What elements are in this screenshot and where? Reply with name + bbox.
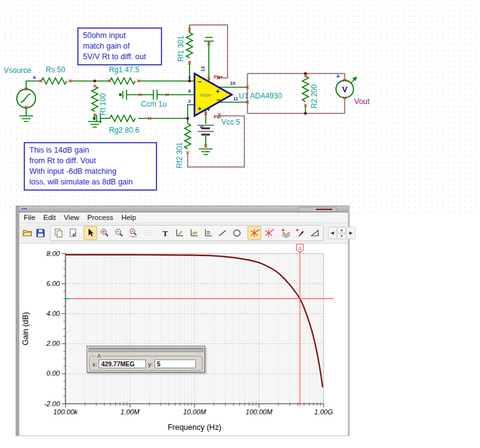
save-button[interactable]	[35, 226, 46, 240]
chart-area: 8.006.004.002.000.00-2.00100.00k1.00M10.…	[19, 244, 348, 436]
axis-curve-pencil-icon	[189, 228, 199, 238]
cursor-a-legend: A	[96, 353, 102, 359]
svg-text:a: a	[257, 228, 259, 232]
cursor-panel-drag-handle[interactable]	[89, 348, 203, 352]
cursor-measurement-panel[interactable]: A x: y:	[87, 346, 205, 373]
legend-icon	[203, 228, 213, 238]
pin-10: 10	[230, 80, 235, 86]
toolbar-group-nav: ◀ ▲ ▼ ▶	[328, 227, 355, 239]
y-tick-label: 8.00	[47, 250, 60, 257]
pin-5: 5	[199, 126, 204, 128]
note2-line2: from Rt to diff. Vout	[29, 156, 151, 166]
y-axis-settings-button[interactable]	[187, 226, 201, 240]
y-tick-label: -2.00	[44, 400, 60, 407]
paste-page-icon	[68, 228, 78, 238]
toolbar: 100% T	[19, 223, 348, 244]
label-vocm: Vocm	[200, 93, 211, 97]
grid-toggle-button	[141, 226, 155, 240]
pin-3: 3	[188, 75, 191, 80]
window-titlebar[interactable]	[19, 206, 348, 212]
zoom-in-button[interactable]	[98, 226, 112, 240]
label-r2: R2 200	[310, 84, 319, 108]
cursor-a-fieldset: A x: y:	[89, 353, 203, 371]
add-curves-button[interactable]	[279, 226, 293, 240]
add-marker-button[interactable]	[294, 226, 307, 240]
x-axis-title: Frequency (Hz)	[168, 423, 221, 432]
zoom-100-icon: 100%	[128, 228, 138, 238]
copy-to-schematic-button[interactable]	[66, 226, 80, 240]
y-tick-label: 4.00	[47, 310, 60, 317]
ellipse-tool-icon	[232, 228, 242, 238]
menu-view[interactable]: View	[64, 213, 84, 222]
save-floppy-icon	[36, 228, 46, 238]
y-axis-title: Gain (dB)	[21, 312, 30, 346]
menu-edit[interactable]: Edit	[44, 213, 60, 222]
svg-text:b: b	[272, 228, 274, 232]
annotation-box-input-match[interactable]: 50ohm input match gain of 5V/V Rt to dif…	[77, 27, 162, 65]
pointer-arrow-icon	[85, 228, 95, 238]
y-tick-label: 0.00	[47, 369, 60, 377]
nav-up-button[interactable]: ▲	[337, 227, 346, 233]
copy-button[interactable]	[52, 226, 65, 240]
gain-frequency-plot[interactable]: 8.006.004.002.000.00-2.00100.00k1.00M10.…	[19, 244, 348, 436]
annotation-box-gain[interactable]: This is 14dB gain from Rt to diff. Vout …	[24, 142, 157, 191]
cursor-x-input[interactable]	[98, 360, 146, 368]
note1-line3: 5V/V Rt to diff. out	[83, 52, 156, 62]
titlebar-dots-icon	[22, 208, 31, 210]
open-folder-icon	[22, 228, 32, 238]
cursor-b-icon: b	[264, 228, 274, 238]
open-file-button[interactable]	[22, 226, 33, 240]
text-tool-button[interactable]: T	[158, 226, 172, 240]
opamp-plus-in: +	[198, 105, 201, 112]
opamp-minus-out: −	[216, 96, 220, 103]
ac-analysis-window: File Edit View Process Help	[16, 206, 350, 436]
label-u1: U1 ADA4930	[239, 92, 282, 100]
text-tool-icon: T	[160, 228, 170, 238]
opamp-minus-in: −	[198, 78, 201, 85]
nav-right-button[interactable]: ▶	[347, 227, 355, 239]
nav-down-button[interactable]: ▼	[337, 234, 346, 240]
wires	[17, 25, 357, 155]
svg-text:a: a	[299, 245, 302, 251]
x-tick-label: 10.00M	[183, 408, 207, 416]
grid-icon	[143, 228, 153, 238]
cursor-y-input[interactable]	[155, 360, 196, 368]
cursor-x-label: x:	[92, 361, 97, 368]
window-controls[interactable]	[298, 207, 337, 212]
note1-line2: match gain of	[83, 41, 156, 52]
menu-help[interactable]: Help	[122, 213, 141, 222]
nav-left-button[interactable]: ◀	[328, 227, 337, 239]
y-tick-label: 2.00	[46, 340, 60, 347]
label-rf1: Rf1 301	[176, 36, 185, 62]
label-vcc: Vcc 5	[221, 118, 240, 126]
label-rf2: Rf2 301	[175, 142, 184, 168]
slope-tool-button[interactable]	[308, 226, 322, 240]
opamp-plus-in2: +	[206, 105, 210, 113]
x-tick-label: 100.00k	[53, 408, 78, 416]
cursor-a-button[interactable]: a	[247, 226, 261, 240]
legend-button[interactable]	[201, 226, 215, 240]
zoom-100-button[interactable]: 100%	[127, 226, 140, 240]
label-fb-plus: Fb+	[214, 74, 223, 80]
menu-file[interactable]: File	[24, 213, 40, 222]
label-rt: Rt 100	[98, 93, 107, 115]
voltmeter-letter: V	[342, 85, 348, 94]
pen-plus-icon	[295, 228, 305, 238]
pointer-tool-button[interactable]	[84, 226, 97, 240]
menu-bar: File Edit View Process Help	[19, 212, 348, 223]
label-vsource: Vsource	[4, 66, 31, 75]
label-rg2: Rg2 80.6	[109, 126, 140, 135]
x-tick-label: 100.00M	[246, 408, 273, 416]
x-tick-label: 1.00M	[120, 408, 140, 416]
ellipse-tool-button[interactable]	[230, 226, 244, 240]
label-rs: Rs 50	[46, 65, 65, 74]
zoom-out-button[interactable]	[112, 226, 126, 240]
menu-process[interactable]: Process	[87, 213, 118, 222]
pin-2: 2	[188, 98, 191, 104]
note2-line1: This is 14dB gain	[29, 145, 151, 156]
note1-line1: 50ohm input	[83, 31, 156, 41]
x-axis-settings-button[interactable]	[173, 226, 186, 240]
opamp-plus-out: +	[216, 87, 219, 95]
cursor-b-button[interactable]: b	[262, 226, 276, 240]
line-tool-button[interactable]	[216, 226, 229, 240]
